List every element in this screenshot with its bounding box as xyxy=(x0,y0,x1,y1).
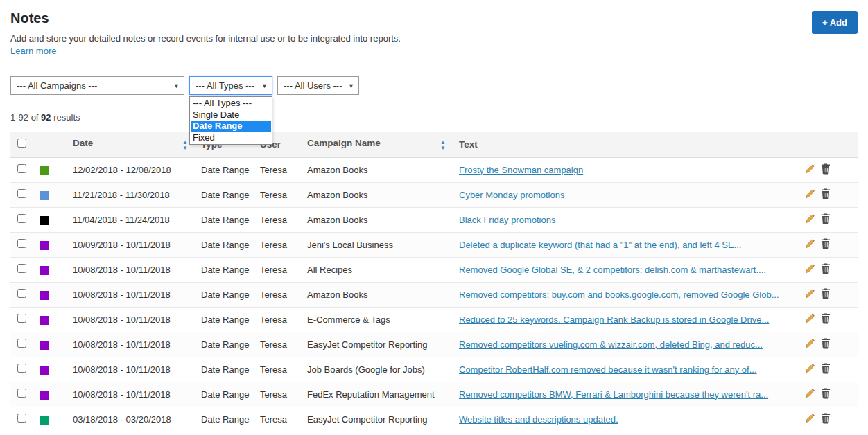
sort-icon-campaign[interactable]: ▲▼ xyxy=(440,140,446,150)
pencil-icon xyxy=(805,388,815,398)
pencil-icon xyxy=(805,263,815,274)
note-type: Date Range xyxy=(198,382,257,407)
row-checkbox[interactable] xyxy=(17,339,26,348)
users-filter-select[interactable]: --- All Users --- ▼ xyxy=(277,76,359,95)
page-description: Add and store your detailed notes or rec… xyxy=(10,33,411,57)
delete-note-button[interactable] xyxy=(821,188,831,202)
row-checkbox[interactable] xyxy=(17,314,26,323)
edit-note-button[interactable] xyxy=(805,213,815,226)
column-header-campaign[interactable]: Campaign Name ▲▼ xyxy=(304,132,455,157)
edit-note-button[interactable] xyxy=(805,388,815,400)
select-all-checkbox[interactable] xyxy=(17,139,26,148)
column-header-date[interactable]: Date ▲▼ xyxy=(69,132,198,157)
edit-note-button[interactable] xyxy=(805,413,815,425)
note-date: 10/08/2018 - 10/11/2018 xyxy=(69,307,198,332)
note-text-link[interactable]: Competitor RobertHalf.com removed becaus… xyxy=(459,364,757,375)
edit-note-button[interactable] xyxy=(805,238,815,251)
note-text-link[interactable]: Removed Google Global SE, & 2 competitor… xyxy=(459,265,766,275)
note-text-link[interactable]: Reduced to 25 keywords. Campaign Rank Ba… xyxy=(459,314,769,325)
note-text-link[interactable]: Cyber Monday promotions xyxy=(459,190,564,200)
delete-note-button[interactable] xyxy=(821,288,831,301)
row-checkbox[interactable] xyxy=(17,239,26,248)
sort-icon-date[interactable]: ▲▼ xyxy=(182,140,188,150)
note-user: Teresa xyxy=(257,182,304,207)
note-type: Date Range xyxy=(198,207,257,232)
row-checkbox[interactable] xyxy=(17,264,26,273)
note-text-link[interactable]: Deleted a duplicate keyword (that had a … xyxy=(459,240,741,250)
trash-icon xyxy=(821,163,831,175)
chevron-down-icon: ▼ xyxy=(173,82,180,89)
table-row: 10/08/2018 - 10/11/2018 Date Range Teres… xyxy=(10,332,858,357)
learn-more-link[interactable]: Learn more xyxy=(10,46,56,56)
note-text-link[interactable]: Removed competitors BMW, Ferrari & Lambo… xyxy=(459,389,768,400)
note-color-swatch xyxy=(40,216,49,225)
edit-note-button[interactable] xyxy=(805,263,815,276)
trash-icon xyxy=(821,338,831,349)
edit-note-button[interactable] xyxy=(805,188,815,201)
note-color-swatch xyxy=(40,416,49,425)
note-text-link[interactable]: Website titles and descriptions updated. xyxy=(459,414,618,425)
delete-note-button[interactable] xyxy=(821,313,831,326)
pencil-icon xyxy=(805,413,815,423)
column-header-text-label: Text xyxy=(459,139,478,150)
note-user: Teresa xyxy=(257,382,304,407)
note-user: Teresa xyxy=(257,207,304,232)
add-button[interactable]: + Add xyxy=(812,11,858,34)
row-checkbox[interactable] xyxy=(17,414,26,423)
page-title: Notes xyxy=(10,10,858,26)
types-filter-select[interactable]: --- All Types --- ▼ xyxy=(189,76,272,95)
edit-note-button[interactable] xyxy=(805,363,815,375)
note-color-swatch xyxy=(40,266,49,275)
note-date: 03/18/2018 - 03/20/2018 xyxy=(69,407,198,432)
edit-note-button[interactable] xyxy=(805,313,815,326)
campaigns-filter-select[interactable]: --- All Campaigns --- ▼ xyxy=(10,76,184,95)
row-checkbox[interactable] xyxy=(17,364,26,373)
note-text-link[interactable]: Removed competitors: buy.com and books.g… xyxy=(459,290,779,300)
results-total: 92 xyxy=(41,112,51,123)
edit-note-button[interactable] xyxy=(805,338,815,350)
delete-note-button[interactable] xyxy=(821,413,831,426)
row-checkbox[interactable] xyxy=(17,189,26,198)
note-text-link[interactable]: Frosty the Snowman campaign xyxy=(459,165,583,175)
delete-note-button[interactable] xyxy=(821,388,831,401)
row-checkbox[interactable] xyxy=(17,389,26,398)
delete-note-button[interactable] xyxy=(821,163,831,177)
delete-note-button[interactable] xyxy=(821,338,831,351)
pencil-icon xyxy=(805,163,815,174)
dropdown-option[interactable]: Single Date xyxy=(191,109,271,121)
note-color-swatch xyxy=(40,341,49,350)
row-checkbox[interactable] xyxy=(17,289,26,298)
note-color-swatch xyxy=(40,391,49,400)
filters-bar: --- All Campaigns --- ▼ --- All Types --… xyxy=(10,76,858,95)
dropdown-option[interactable]: Fixed xyxy=(191,132,271,144)
row-checkbox[interactable] xyxy=(17,164,26,173)
note-campaign: E-Commerce & Tags xyxy=(304,307,455,332)
description-text: Add and store your detailed notes or rec… xyxy=(10,33,401,44)
pencil-icon xyxy=(805,188,815,199)
dropdown-option[interactable]: Date Range xyxy=(191,121,271,132)
delete-note-button[interactable] xyxy=(821,263,831,276)
note-type: Date Range xyxy=(198,332,257,357)
note-date: 10/08/2018 - 10/11/2018 xyxy=(69,282,198,307)
note-campaign: Amazon Books xyxy=(304,282,455,307)
delete-note-button[interactable] xyxy=(821,213,831,227)
table-row: 11/04/2018 - 11/24/2018 Date Range Teres… xyxy=(10,207,858,232)
table-row: 10/08/2018 - 10/11/2018 Date Range Teres… xyxy=(10,307,858,332)
trash-icon xyxy=(821,363,831,374)
note-color-swatch xyxy=(40,166,49,175)
note-user: Teresa xyxy=(257,282,304,307)
column-header-campaign-label: Campaign Name xyxy=(307,138,381,148)
pencil-icon xyxy=(805,363,815,373)
note-text-link[interactable]: Removed competitors vueling.com & wizzai… xyxy=(459,339,763,350)
dropdown-option[interactable]: --- All Types --- xyxy=(191,98,271,109)
note-type: Date Range xyxy=(198,232,257,257)
row-checkbox[interactable] xyxy=(17,214,26,223)
note-text-link[interactable]: Black Friday promotions xyxy=(459,215,555,225)
delete-note-button[interactable] xyxy=(821,238,831,251)
page-header: Notes Add and store your detailed notes … xyxy=(10,10,858,57)
trash-icon xyxy=(821,313,831,324)
delete-note-button[interactable] xyxy=(821,363,831,376)
edit-note-button[interactable] xyxy=(805,288,815,301)
trash-icon xyxy=(821,238,831,249)
edit-note-button[interactable] xyxy=(805,163,815,176)
